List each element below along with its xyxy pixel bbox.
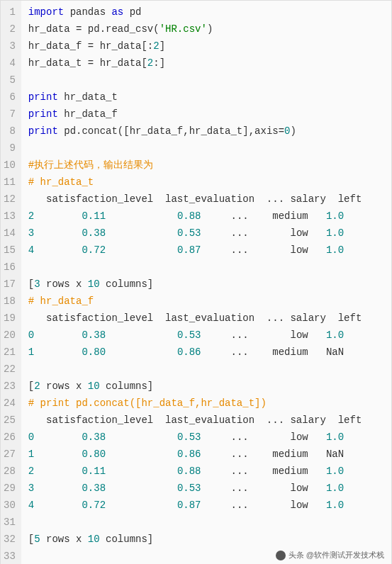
code-line: [3 rows x 10 columns] (28, 276, 391, 293)
code-line: satisfaction_level last_evaluation ... s… (28, 191, 391, 208)
code-line (28, 140, 391, 157)
line-number: 10 (4, 157, 16, 174)
line-number: 2 (4, 21, 16, 38)
code-line: 3 0.38 0.53 ... low 1.0 (28, 480, 391, 497)
code-line: hr_data_t = hr_data[2:] (28, 55, 391, 72)
code-line: 0 0.38 0.53 ... low 1.0 (28, 327, 391, 344)
line-number: 31 (4, 514, 16, 531)
line-number: 6 (4, 89, 16, 106)
line-number: 16 (4, 259, 16, 276)
line-number: 24 (4, 395, 16, 412)
code-line (28, 259, 391, 276)
code-line: # hr_data_f (28, 293, 391, 310)
code-line: hr_data_f = hr_data[:2] (28, 38, 391, 55)
line-number: 32 (4, 531, 16, 548)
line-number: 11 (4, 174, 16, 191)
code-line: satisfaction_level last_evaluation ... s… (28, 310, 391, 327)
code-line: hr_data = pd.read_csv('HR.csv') (28, 21, 391, 38)
code-editor: 1234567891011121314151617181920212223242… (1, 1, 391, 564)
code-line (28, 361, 391, 378)
code-line: [2 rows x 10 columns] (28, 378, 391, 395)
line-number: 14 (4, 225, 16, 242)
line-number: 30 (4, 497, 16, 514)
line-number: 28 (4, 463, 16, 480)
line-number: 1 (4, 4, 16, 21)
line-number: 12 (4, 191, 16, 208)
code-line: 2 0.11 0.88 ... medium 1.0 (28, 463, 391, 480)
code-line (28, 514, 391, 531)
code-line (28, 72, 391, 89)
code-line: # hr_data_t (28, 174, 391, 191)
line-number: 20 (4, 327, 16, 344)
code-line: 1 0.80 0.86 ... medium NaN (28, 446, 391, 463)
code-line: 4 0.72 0.87 ... low 1.0 (28, 242, 391, 259)
line-number: 13 (4, 208, 16, 225)
avatar-icon (276, 551, 286, 560)
line-number: 5 (4, 72, 16, 89)
line-number: 23 (4, 378, 16, 395)
line-number: 21 (4, 344, 16, 361)
code-line: 4 0.72 0.87 ... low 1.0 (28, 497, 391, 514)
line-number: 15 (4, 242, 16, 259)
code-line: 3 0.38 0.53 ... low 1.0 (28, 225, 391, 242)
watermark: 头条 @软件测试开发技术栈 (276, 548, 384, 562)
line-number: 27 (4, 446, 16, 463)
code-line: 1 0.80 0.86 ... medium NaN (28, 344, 391, 361)
line-number: 25 (4, 412, 16, 429)
line-number: 17 (4, 276, 16, 293)
line-number: 29 (4, 480, 16, 497)
code-content: import pandas as pdhr_data = pd.read_csv… (21, 1, 391, 564)
watermark-text: 头条 @软件测试开发技术栈 (289, 551, 384, 559)
line-number: 3 (4, 38, 16, 55)
line-number: 19 (4, 310, 16, 327)
line-number: 7 (4, 106, 16, 123)
line-number: 9 (4, 140, 16, 157)
code-line: 0 0.38 0.53 ... low 1.0 (28, 429, 391, 446)
code-line: print hr_data_f (28, 106, 391, 123)
line-number: 33 (4, 548, 16, 564)
code-line: print pd.concat([hr_data_f,hr_data_t],ax… (28, 123, 391, 140)
line-number: 4 (4, 55, 16, 72)
code-line: #执行上述代码，输出结果为 (28, 157, 391, 174)
line-number: 22 (4, 361, 16, 378)
code-line: print hr_data_t (28, 89, 391, 106)
code-line: # print pd.concat([hr_data_f,hr_data_t]) (28, 395, 391, 412)
line-number: 8 (4, 123, 16, 140)
code-line: satisfaction_level last_evaluation ... s… (28, 412, 391, 429)
code-line: 2 0.11 0.88 ... medium 1.0 (28, 208, 391, 225)
code-line: import pandas as pd (28, 4, 391, 21)
line-number: 26 (4, 429, 16, 446)
line-number: 18 (4, 293, 16, 310)
line-number-gutter: 1234567891011121314151617181920212223242… (1, 1, 21, 564)
code-line: [5 rows x 10 columns] (28, 531, 391, 548)
